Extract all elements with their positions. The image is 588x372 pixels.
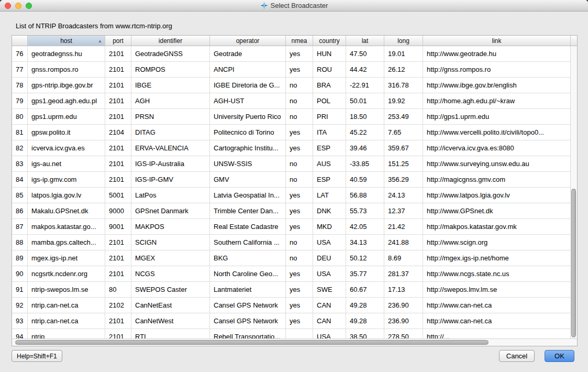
cell-port[interactable]: 2101	[105, 140, 131, 156]
table-row[interactable]: 77gnss.rompos.ro2101ROMPOSANCPIyesROU44.…	[12, 62, 570, 78]
cell-long[interactable]: 19.92	[384, 93, 423, 108]
cell-num[interactable]: 82	[12, 140, 28, 156]
cell-nmea[interactable]: no	[286, 235, 313, 250]
cell-num[interactable]: 93	[12, 313, 28, 329]
cell-num[interactable]: 87	[12, 219, 28, 234]
cell-port[interactable]: 2101	[105, 313, 131, 329]
cell-num[interactable]: 85	[12, 188, 28, 203]
cell-country[interactable]: MKD	[313, 219, 346, 234]
column-header-link[interactable]: link	[423, 36, 570, 46]
cell-link[interactable]: http://www.ncgs.state.nc.us	[423, 266, 570, 281]
table-row[interactable]: 79gps1.geod.agh.edu.pl2101AGHAGH-USTnoPO…	[12, 93, 570, 109]
cell-long[interactable]: 24.13	[384, 188, 423, 203]
cell-identifier[interactable]: ERVA-VALENCIA	[131, 140, 210, 156]
cell-port[interactable]: 2101	[105, 46, 131, 61]
table-row[interactable]: 86Makalu.GPSnet.dk9000GPSnet DanmarkTrim…	[12, 203, 570, 219]
cell-nmea[interactable]: yes	[286, 219, 313, 234]
table-row[interactable]: 93ntrip.can-net.ca2101CanNetWestCansel G…	[12, 313, 570, 329]
cell-num[interactable]: 80	[12, 109, 28, 124]
table-row[interactable]: 76geotradegnss.hu2101GeotradeGNSSGeotrad…	[12, 46, 570, 62]
cell-identifier[interactable]: MAKPOS	[131, 219, 210, 234]
cell-country[interactable]: SWE	[313, 282, 346, 297]
table-row[interactable]: 87makpos.katastar.go...9001MAKPOSReal Es…	[12, 219, 570, 235]
cell-port[interactable]: 9000	[105, 203, 131, 218]
cell-long[interactable]: 236.90	[384, 313, 423, 329]
cell-long[interactable]: 21.42	[384, 219, 423, 234]
cell-port[interactable]: 80	[105, 282, 131, 297]
cell-long[interactable]: 281.37	[384, 266, 423, 281]
cell-long[interactable]: 236.90	[384, 298, 423, 313]
cell-lat[interactable]: 38.50	[346, 329, 384, 338]
table-row[interactable]: 84igs-ip.gmv.com2101IGS-IP-GMVGMVnoESP40…	[12, 172, 570, 188]
cell-operator[interactable]: Cansel GPS Network	[210, 298, 286, 313]
cell-nmea[interactable]: no	[286, 78, 313, 93]
cell-identifier[interactable]: GeotradeGNSS	[131, 46, 210, 61]
cell-operator[interactable]: GMV	[210, 172, 286, 187]
vertical-scrollbar[interactable]	[570, 46, 577, 338]
cell-country[interactable]: ESP	[313, 172, 346, 187]
cell-long[interactable]: 12.37	[384, 203, 423, 218]
cell-link[interactable]: http://www.latpos.lgia.gov.lv	[423, 188, 570, 203]
column-header-nmea[interactable]: nmea	[286, 36, 313, 46]
cell-identifier[interactable]: ROMPOS	[131, 62, 210, 77]
cell-link[interactable]: http://magicgnss.gmv.com	[423, 172, 570, 187]
cell-lat[interactable]: 42.05	[346, 219, 384, 234]
cell-host[interactable]: ntrip	[28, 329, 105, 338]
cell-long[interactable]: 151.25	[384, 156, 423, 171]
horizontal-scrollbar-thumb[interactable]	[15, 340, 489, 345]
cell-country[interactable]: USA	[313, 235, 346, 250]
cell-country[interactable]: CAN	[313, 298, 346, 313]
cell-operator[interactable]: Real Estate Cadastre	[210, 219, 286, 234]
titlebar[interactable]: Select Broadcaster	[0, 0, 588, 12]
cell-nmea[interactable]: no	[286, 250, 313, 266]
cell-country[interactable]: HUN	[313, 46, 346, 61]
cell-identifier[interactable]: CanNetWest	[131, 313, 210, 329]
cell-operator[interactable]: Rebell Transportatio...	[210, 329, 286, 338]
cell-link[interactable]: http://www.vercelli.polito.it/civili/top…	[423, 125, 570, 140]
cell-identifier[interactable]: MGEX	[131, 250, 210, 266]
cell-num[interactable]: 91	[12, 282, 28, 297]
cell-nmea[interactable]: yes	[286, 140, 313, 156]
table-row[interactable]: 92ntrip.can-net.ca2102CanNetEastCansel G…	[12, 298, 570, 313]
cell-nmea[interactable]: no	[286, 156, 313, 171]
cell-lat[interactable]: 40.59	[346, 172, 384, 187]
column-header-identifier[interactable]: identifier	[131, 36, 210, 46]
cell-host[interactable]: gps-ntrip.ibge.gov.br	[28, 78, 105, 93]
cell-long[interactable]: 359.67	[384, 140, 423, 156]
table-row[interactable]: 88mamba.gps.caltech...2101SCIGNSouthern …	[12, 235, 570, 250]
cell-lat[interactable]: 49.28	[346, 298, 384, 313]
table-row[interactable]: 89mgex.igs-ip.net2101MGEXBKGnoDEU50.128.…	[12, 250, 570, 266]
cell-port[interactable]: 2101	[105, 156, 131, 171]
minimize-button[interactable]	[15, 3, 21, 9]
cell-long[interactable]: 19.01	[384, 46, 423, 61]
cell-host[interactable]: igs-au.net	[28, 156, 105, 171]
cell-host[interactable]: mgex.igs-ip.net	[28, 250, 105, 266]
table-row[interactable]: 78gps-ntrip.ibge.gov.br2101IBGEIGBE Dire…	[12, 78, 570, 93]
cell-host[interactable]: igs-ip.gmv.com	[28, 172, 105, 187]
cell-country[interactable]: USA	[313, 266, 346, 281]
cell-identifier[interactable]: CanNetEast	[131, 298, 210, 313]
cell-identifier[interactable]: IBGE	[131, 78, 210, 93]
cell-port[interactable]: 9001	[105, 219, 131, 234]
cell-identifier[interactable]: PRSN	[131, 109, 210, 124]
cell-host[interactable]: makpos.katastar.go...	[28, 219, 105, 234]
cell-operator[interactable]: Latvia Geospatial In...	[210, 188, 286, 203]
cell-long[interactable]: 241.88	[384, 235, 423, 250]
cell-lat[interactable]: 56.88	[346, 188, 384, 203]
cell-host[interactable]: gpsw.polito.it	[28, 125, 105, 140]
cell-nmea[interactable]: yes	[286, 298, 313, 313]
cell-host[interactable]: icverva.icv.gva.es	[28, 140, 105, 156]
cell-country[interactable]: ITA	[313, 125, 346, 140]
table-row[interactable]: 82icverva.icv.gva.es2101ERVA-VALENCIACar…	[12, 140, 570, 156]
cell-port[interactable]: 2101	[105, 235, 131, 250]
cell-operator[interactable]: Lantmateriet	[210, 282, 286, 297]
cell-lat[interactable]: 35.77	[346, 266, 384, 281]
cell-identifier[interactable]: DITAG	[131, 125, 210, 140]
cell-link[interactable]: http://makpos.katastar.gov.mk	[423, 219, 570, 234]
cell-identifier[interactable]: GPSnet Danmark	[131, 203, 210, 218]
cell-num[interactable]: 90	[12, 266, 28, 281]
cell-long[interactable]: 7.65	[384, 125, 423, 140]
cell-country[interactable]: DNK	[313, 203, 346, 218]
cell-country[interactable]: USA	[313, 329, 346, 338]
cell-host[interactable]: gps1.geod.agh.edu.pl	[28, 93, 105, 108]
